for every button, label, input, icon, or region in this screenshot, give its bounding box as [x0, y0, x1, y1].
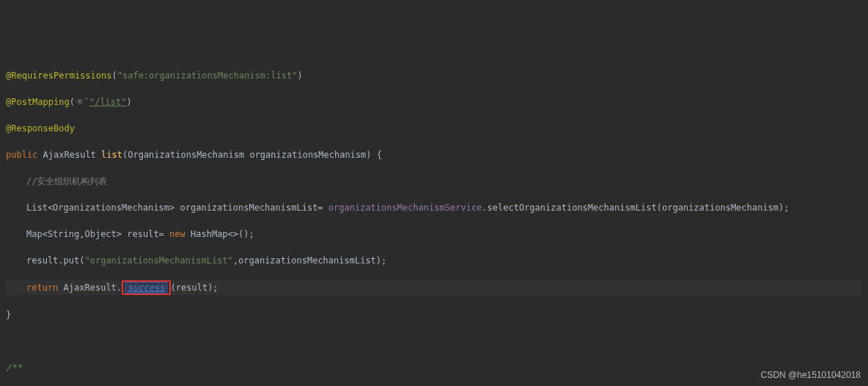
code-line: //安全组织机构列表: [6, 175, 862, 188]
code-line: return AjaxResult.success(result);: [6, 280, 862, 295]
url-string: "/list": [89, 97, 127, 107]
method-name: list: [101, 150, 122, 160]
code-line: /**: [6, 361, 862, 374]
string-literal: "safe:organizationsMechanism:list": [117, 70, 298, 81]
blank-line: [6, 335, 862, 348]
code-line: List<OrganizationsMechanism> organizatio…: [6, 201, 862, 214]
string-literal: "organizationsMechanismList": [84, 255, 232, 266]
code-line: public AjaxResult list(OrganizationsMech…: [6, 148, 862, 161]
comment: //安全组织机构列表: [26, 176, 107, 186]
watermark: CSDN @he15101042018: [761, 368, 861, 382]
code-line: }: [6, 308, 862, 321]
field-ref: organizationsMechanismService: [328, 203, 482, 213]
code-line: Map<String,Object> result= new HashMap<>…: [6, 227, 862, 241]
code-editor[interactable]: @RequiresPermissions("safe:organizations…: [6, 56, 862, 386]
success-call: success: [125, 282, 167, 294]
annotation: @ResponseBody: [6, 123, 75, 134]
doc-comment: /**: [6, 363, 22, 373]
code-line: result.put("organizationsMechanismList",…: [6, 254, 862, 267]
code-line: @PostMapping(👁˅"/list"): [6, 95, 862, 109]
annotation: @RequiresPermissions: [6, 70, 112, 81]
code-line: @ResponseBody: [6, 122, 862, 135]
annotation: @PostMapping: [6, 97, 70, 107]
code-line: @RequiresPermissions("safe:organizations…: [6, 69, 862, 82]
eye-icon: 👁˅: [76, 95, 89, 109]
highlight-box: success: [122, 280, 171, 295]
